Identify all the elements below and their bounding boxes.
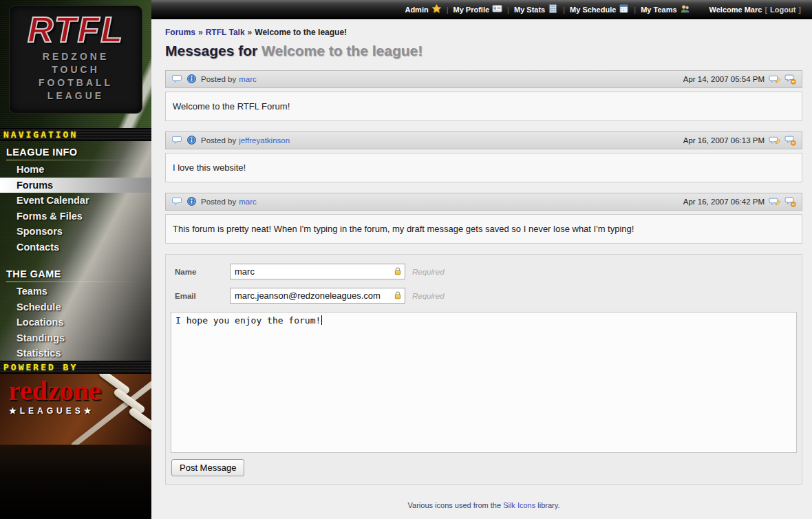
- silk-icons-link[interactable]: Silk Icons: [503, 501, 535, 509]
- required-hint: Required: [412, 268, 445, 276]
- message-timestamp: Apr 14, 2007 05:54 PM: [683, 75, 765, 83]
- message-header: Posted by marc Apr 16, 2007 06:42 PM: [165, 193, 802, 211]
- footer-text: library.: [535, 501, 559, 509]
- comment-delete-icon[interactable]: [784, 195, 796, 209]
- menu-my-profile-label: My Profile: [453, 6, 490, 14]
- rtfl-logo-line: FOOTBALL: [10, 76, 142, 89]
- name-label: Name: [175, 268, 230, 276]
- sidebar-item-forums[interactable]: Forums: [0, 178, 151, 193]
- sidebar-item-standings[interactable]: Standings: [0, 330, 151, 346]
- post-message-button[interactable]: Post Message: [171, 459, 244, 476]
- sidebar-menu: LEAGUE INFO Home Forums Event Calendar F…: [0, 141, 151, 361]
- rtfl-logo-line: REDZONE: [10, 50, 142, 63]
- logout-bracket: ]: [798, 6, 801, 14]
- powered-by-banner: POWERED BY: [0, 361, 151, 374]
- comment-icon: [171, 195, 182, 208]
- welcome-text: Welcome Marc: [709, 6, 762, 14]
- redzone-leagues-logo[interactable]: redzone ★LEAGUES★: [0, 377, 151, 416]
- calculator-icon: [548, 3, 558, 15]
- lock-icon: [393, 266, 403, 279]
- rtfl-logo-line: TOUCH: [10, 63, 142, 76]
- info-icon[interactable]: [186, 135, 197, 147]
- footer: Various icons used from the Silk Icons l…: [165, 496, 802, 519]
- message: Posted by jeffreyatkinson Apr 16, 2007 0…: [165, 131, 802, 182]
- menu-my-stats[interactable]: My Stats: [514, 3, 558, 15]
- sidebar: RTFL REDZONE TOUCH FOOTBALL LEAGUE NAVIG…: [0, 0, 151, 519]
- comment-edit-icon[interactable]: [769, 134, 780, 147]
- logout-link[interactable]: Logout: [770, 6, 795, 14]
- comment-icon: [171, 73, 182, 85]
- topbar-separator: |: [507, 6, 509, 14]
- page-title-prefix: Messages for: [165, 43, 261, 59]
- menu-my-stats-label: My Stats: [514, 6, 545, 14]
- author-link[interactable]: jeffreyatkinson: [239, 136, 290, 145]
- sidebar-item-home[interactable]: Home: [0, 162, 151, 178]
- comment-edit-icon[interactable]: [769, 195, 780, 209]
- topbar-separator: |: [563, 6, 565, 14]
- comment-icon: [171, 134, 182, 147]
- rtfl-logo-title: RTFL: [10, 9, 142, 50]
- message-timestamp: Apr 16, 2007 06:13 PM: [683, 136, 765, 145]
- star-icon: [431, 3, 442, 15]
- sidebar-item-schedule[interactable]: Schedule: [0, 299, 151, 315]
- vcard-icon: [492, 3, 502, 15]
- button-row: Post Message: [171, 459, 797, 476]
- sidebar-item-sponsors[interactable]: Sponsors: [0, 224, 151, 240]
- comment-delete-icon[interactable]: [784, 73, 796, 86]
- email-field[interactable]: [230, 288, 405, 304]
- redzone-logo-name: redzone: [8, 377, 151, 405]
- menu-admin-label: Admin: [405, 6, 428, 14]
- sidebar-item-event-calendar[interactable]: Event Calendar: [0, 193, 151, 209]
- post-form: Name Required Email Required I hope you …: [165, 254, 802, 485]
- posted-by-label: Posted by: [201, 136, 236, 145]
- section-header-league-info: LEAGUE INFO: [0, 141, 151, 162]
- info-icon[interactable]: [186, 196, 197, 208]
- sidebar-bottom-fill: [0, 445, 151, 519]
- calendar-icon: [619, 3, 629, 15]
- message-body: Welcome to the RTFL Forum!: [165, 92, 802, 121]
- message: Posted by marc Apr 16, 2007 06:42 PM Thi…: [165, 193, 802, 244]
- message: Posted by marc Apr 14, 2007 05:54 PM Wel…: [165, 70, 802, 121]
- breadcrumb-link-rtfl-talk[interactable]: RTFL Talk: [206, 28, 245, 37]
- text-caret: [321, 315, 322, 325]
- redzone-logo-sub: ★LEAGUES★: [9, 406, 151, 416]
- logout-bracket: [: [765, 6, 767, 14]
- footer-credits-menu: DHTML / JavaScript Menu by TwinHelix Des…: [165, 514, 802, 519]
- breadcrumb-link-forums[interactable]: Forums: [165, 28, 195, 37]
- required-hint: Required: [412, 292, 445, 300]
- message-body: I love this website!: [165, 153, 802, 182]
- sidebar-item-forms-files[interactable]: Forms & Files: [0, 209, 151, 224]
- menu-my-profile[interactable]: My Profile: [453, 3, 503, 15]
- menu-my-schedule[interactable]: My Schedule: [570, 3, 629, 15]
- lock-icon: [393, 290, 403, 303]
- comment-delete-icon[interactable]: [784, 134, 796, 147]
- group-icon: [680, 3, 690, 15]
- sidebar-item-teams[interactable]: Teams: [0, 284, 151, 299]
- breadcrumb-separator: »: [248, 28, 253, 37]
- menu-my-teams[interactable]: My Teams: [641, 3, 690, 15]
- author-link[interactable]: marc: [239, 75, 257, 83]
- menu-my-schedule-label: My Schedule: [570, 6, 616, 14]
- section-header-the-game: THE GAME: [0, 263, 151, 284]
- posted-by-label: Posted by: [201, 75, 236, 83]
- sidebar-item-statistics[interactable]: Statistics: [0, 346, 151, 361]
- breadcrumb: Forums»RTFL Talk»Welcome to the league!: [165, 28, 802, 37]
- menu-admin[interactable]: Admin: [405, 3, 441, 15]
- sidebar-item-contacts[interactable]: Contacts: [0, 240, 151, 255]
- message-timestamp: Apr 16, 2007 06:42 PM: [683, 198, 765, 206]
- posted-by-label: Posted by: [201, 198, 236, 206]
- message-header: Posted by marc Apr 14, 2007 05:54 PM: [165, 70, 802, 88]
- rtfl-logo: RTFL REDZONE TOUCH FOOTBALL LEAGUE: [10, 6, 142, 113]
- rtfl-logo-line: LEAGUE: [10, 89, 142, 103]
- sidebar-item-locations[interactable]: Locations: [0, 315, 151, 330]
- message-textarea[interactable]: I hope you enjoy the forum!: [171, 312, 797, 453]
- breadcrumb-separator: »: [198, 28, 203, 37]
- author-link[interactable]: marc: [239, 198, 257, 206]
- footer-credits-icons: Various icons used from the Silk Icons l…: [165, 496, 802, 514]
- message-body: This forum is pretty neat! When I'm typi…: [165, 214, 802, 244]
- top-bar: Admin | My Profile | My Stats | My Sched…: [151, 0, 812, 19]
- comment-edit-icon[interactable]: [769, 73, 780, 86]
- name-field[interactable]: [230, 264, 405, 279]
- info-icon[interactable]: [186, 74, 197, 85]
- page-title: Messages for Welcome to the league!: [165, 43, 802, 59]
